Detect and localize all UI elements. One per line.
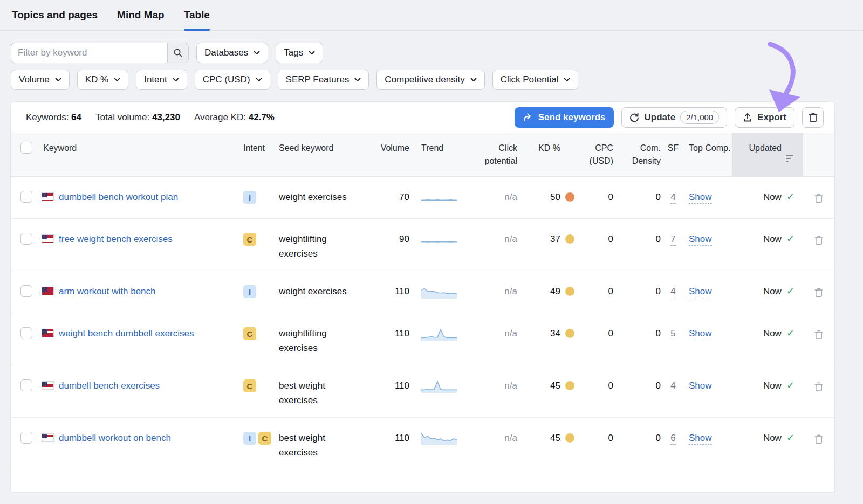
cpc-filter-dropdown[interactable]: CPC (USD) — [195, 70, 270, 90]
row-checkbox[interactable] — [20, 233, 32, 245]
trend-sparkline — [409, 313, 470, 355]
row-checkbox[interactable] — [20, 285, 32, 297]
keyword-link[interactable]: dumbell bench exercises — [59, 378, 160, 393]
us-flag-icon — [42, 235, 53, 243]
serp-features-filter-dropdown[interactable]: SERP Features — [278, 70, 369, 90]
chevron-down-icon — [173, 78, 179, 82]
delete-row-button[interactable] — [803, 418, 834, 454]
kd-value: 45 — [550, 378, 560, 393]
top-competitors-show-link[interactable]: Show — [689, 234, 712, 246]
com-density-value: 0 — [613, 313, 661, 350]
top-competitors-show-link[interactable]: Show — [689, 192, 712, 204]
tab-table[interactable]: Table — [184, 0, 210, 30]
delete-row-button[interactable] — [803, 313, 834, 349]
serp-features-count[interactable]: 5 — [670, 328, 675, 340]
volume-value: 110 — [369, 313, 409, 350]
col-header-cpc[interactable]: CPC (USD) — [574, 133, 613, 176]
serp-features-count[interactable]: 7 — [670, 234, 675, 246]
volume-value: 110 — [369, 365, 409, 403]
top-competitors-show-link[interactable]: Show — [689, 328, 712, 340]
top-competitors-show-link[interactable]: Show — [689, 381, 712, 392]
col-header-click-potential[interactable]: Click potential — [470, 133, 523, 176]
chevron-down-icon — [564, 78, 570, 82]
table-row: free weight bench exercises C weightlift… — [11, 219, 834, 271]
chevron-down-icon — [470, 78, 477, 82]
col-header-volume[interactable]: Volume — [369, 133, 409, 163]
delete-all-button[interactable] — [802, 107, 824, 128]
col-header-keyword[interactable]: Keyword — [42, 133, 243, 163]
row-checkbox[interactable] — [20, 432, 32, 444]
delete-row-button[interactable] — [803, 271, 834, 307]
cpc-value: 0 — [574, 365, 613, 403]
intent-filter-dropdown[interactable]: Intent — [136, 70, 187, 90]
row-checkbox[interactable] — [20, 327, 32, 339]
row-checkbox[interactable] — [20, 379, 32, 391]
updated-value: Now — [763, 190, 782, 204]
search-button[interactable] — [167, 43, 189, 63]
updated-value: Now — [763, 378, 782, 393]
seed-keyword: weightlifting exercises — [279, 219, 369, 271]
serp-features-count[interactable]: 4 — [670, 192, 675, 204]
kd-value: 50 — [550, 190, 560, 204]
col-header-updated[interactable]: Updated — [732, 133, 803, 176]
dropdown-label: KD % — [85, 74, 108, 85]
send-keywords-button[interactable]: Send keywords — [515, 107, 614, 128]
cpc-value: 0 — [574, 313, 613, 350]
col-header-kd[interactable]: KD % — [523, 133, 574, 163]
dropdown-label: SERP Features — [286, 74, 350, 85]
col-header-intent[interactable]: Intent — [243, 133, 279, 163]
delete-row-button[interactable] — [803, 365, 834, 402]
serp-features-count[interactable]: 6 — [670, 433, 675, 445]
dropdown-label: Databases — [204, 47, 248, 58]
tab-label: Topics and pages — [12, 9, 98, 21]
keyword-link[interactable]: free weight bench exercises — [59, 232, 173, 246]
keyword-link[interactable]: dumbbell workout on bench — [59, 431, 171, 445]
keyword-link[interactable]: dumbbell bench workout plan — [59, 190, 178, 204]
col-header-sf[interactable]: SF — [661, 133, 686, 163]
databases-dropdown[interactable]: Databases — [196, 43, 268, 63]
trash-icon — [814, 287, 823, 298]
com-density-value: 0 — [613, 418, 661, 455]
seed-keyword: weightlifting exercises — [279, 313, 369, 365]
col-header-seed[interactable]: Seed keyword — [279, 133, 369, 163]
col-header-com-density[interactable]: Com. Density — [613, 133, 661, 176]
col-header-trend: Trend — [409, 133, 470, 163]
intent-badge-I: I — [243, 285, 256, 298]
top-competitors-show-link[interactable]: Show — [689, 433, 712, 445]
kd-difficulty-dot — [565, 433, 574, 443]
keyword-filter-input[interactable] — [11, 43, 167, 63]
keyword-link[interactable]: weight bench dumbbell exercises — [59, 326, 194, 341]
serp-features-count[interactable]: 4 — [670, 286, 675, 298]
dropdown-label: CPC (USD) — [203, 74, 250, 85]
tab-mind-map[interactable]: Mind Map — [117, 0, 165, 30]
delete-row-button[interactable] — [803, 177, 834, 213]
click-potential-value: n/a — [470, 219, 523, 256]
top-competitors-show-link[interactable]: Show — [689, 286, 712, 298]
kd-value: 49 — [550, 284, 560, 299]
export-label: Export — [757, 112, 786, 123]
us-flag-icon — [42, 193, 53, 201]
update-button[interactable]: Update 2/1,000 — [621, 107, 727, 128]
select-all-checkbox[interactable] — [20, 142, 32, 154]
click-potential-filter-dropdown[interactable]: Click Potential — [492, 70, 579, 90]
tab-topics-and-pages[interactable]: Topics and pages — [12, 0, 98, 30]
keyword-link[interactable]: arm workout with bench — [59, 284, 156, 299]
volume-filter-dropdown[interactable]: Volume — [11, 70, 70, 90]
kd-difficulty-dot — [565, 234, 574, 244]
tags-dropdown[interactable]: Tags — [276, 43, 323, 63]
competitive-density-filter-dropdown[interactable]: Competitive density — [376, 70, 484, 90]
seed-keyword: best weight exercises — [279, 365, 369, 417]
delete-row-button[interactable] — [803, 219, 834, 255]
serp-features-count[interactable]: 4 — [670, 381, 675, 392]
seed-keyword: weight exercises — [279, 177, 369, 214]
update-quota-badge: 2/1,000 — [680, 111, 719, 124]
chevron-down-icon — [354, 78, 361, 82]
intent-badge-I: I — [243, 432, 256, 445]
row-checkbox[interactable] — [20, 191, 32, 203]
export-button[interactable]: Export — [735, 107, 794, 128]
cpc-value: 0 — [574, 219, 613, 256]
col-header-top-comp[interactable]: Top Comp. — [686, 133, 732, 163]
kd-filter-dropdown[interactable]: KD % — [77, 70, 128, 90]
intent-badge-I: I — [243, 191, 256, 204]
trash-icon — [814, 434, 823, 444]
